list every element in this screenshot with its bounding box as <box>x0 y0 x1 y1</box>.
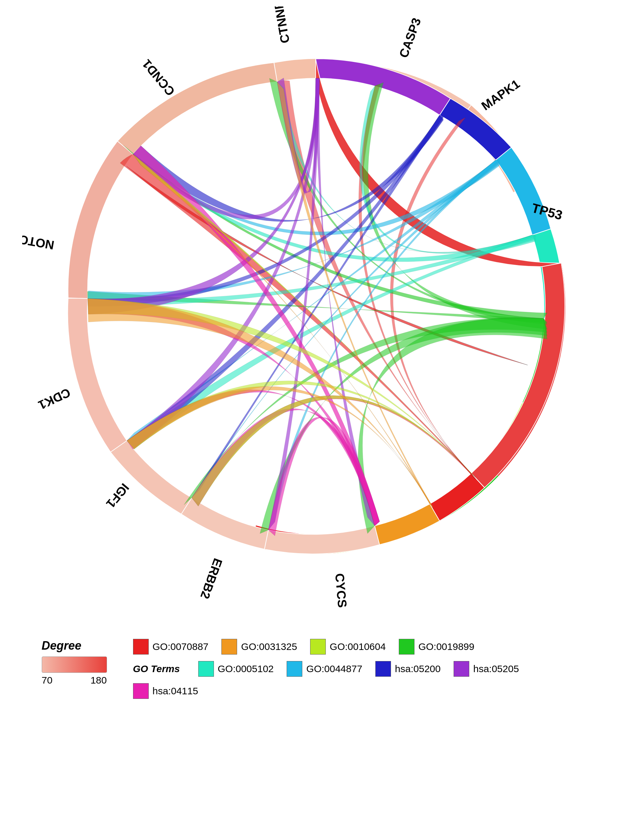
go-label-hsa04115: hsa:04115 <box>153 685 198 696</box>
go-swatch-hsa04115 <box>133 683 149 699</box>
go-legend: GO:0070887 GO:0031325 GO:0010604 GO:0019… <box>133 639 590 699</box>
go-item-0005102: GO:0005102 <box>198 661 274 677</box>
cycs-label: CYCS <box>333 573 349 608</box>
degree-labels: 70 180 <box>42 675 107 686</box>
erbb2-label: ERBB2 <box>198 556 225 600</box>
go-item-hsa04115: hsa:04115 <box>133 683 198 699</box>
go-legend-row-2: GO Terms GO:0005102 GO:0044877 hsa:05200… <box>133 661 590 677</box>
go-label-0019899: GO:0019899 <box>418 641 474 652</box>
go-item-0070887: GO:0070887 <box>133 639 209 655</box>
casp3-label: CASP3 <box>397 16 424 59</box>
go-label-0070887: GO:0070887 <box>153 641 209 652</box>
cdk1-label: CDK1 <box>36 385 73 412</box>
go-swatch-0070887 <box>133 639 149 655</box>
degree-title: Degree <box>42 639 82 652</box>
go-label-0010604: GO:0010604 <box>330 641 386 652</box>
go-swatch-hsa05200 <box>375 661 391 677</box>
mapk1-label: MAPK1 <box>479 77 522 113</box>
degree-gradient <box>42 657 107 673</box>
go-label-hsa05200: hsa:05200 <box>395 663 441 674</box>
chord-svg: TP53 MAPK1 CASP3 CTNNB1 CCND1 NOTCH1 CDK… <box>22 6 609 626</box>
go-label-0031325: GO:0031325 <box>241 641 297 652</box>
go-legend-row-1: GO:0070887 GO:0031325 GO:0010604 GO:0019… <box>133 639 590 655</box>
ctnnb1-label: CTNNB1 <box>270 6 292 44</box>
igf1-label: IGF1 <box>103 481 131 511</box>
go-item-hsa05200: hsa:05200 <box>375 661 441 677</box>
chord-diagram-container: TP53 MAPK1 CASP3 CTNNB1 CCND1 NOTCH1 CDK… <box>22 6 609 626</box>
go-label-0044877: GO:0044877 <box>306 663 362 674</box>
go-item-0031325: GO:0031325 <box>221 639 297 655</box>
go-legend-row-3: hsa:04115 <box>133 683 590 699</box>
ccnd1-label: CCND1 <box>139 57 177 98</box>
go-label-hsa05205: hsa:05205 <box>473 663 519 674</box>
go-item-0010604: GO:0010604 <box>310 639 386 655</box>
go-swatch-hsa05205 <box>454 661 469 677</box>
notch1-label: NOTCH1 <box>22 230 55 252</box>
degree-min: 70 <box>42 675 52 686</box>
go-swatch-0031325 <box>221 639 237 655</box>
go-swatch-0019899 <box>399 639 414 655</box>
go-swatch-0044877 <box>287 661 302 677</box>
go-item-hsa05205: hsa:05205 <box>454 661 519 677</box>
go-label-0005102: GO:0005102 <box>218 663 274 674</box>
go-item-0019899: GO:0019899 <box>399 639 474 655</box>
go-item-0044877: GO:0044877 <box>287 661 362 677</box>
legend-container: Degree 70 180 GO:0070887 GO:0031325 GO:0… <box>22 626 609 712</box>
go-terms-label: GO Terms <box>133 663 185 674</box>
degree-legend: Degree 70 180 <box>42 639 114 686</box>
degree-max: 180 <box>90 675 107 686</box>
go-swatch-0010604 <box>310 639 326 655</box>
go-swatch-0005102 <box>198 661 214 677</box>
